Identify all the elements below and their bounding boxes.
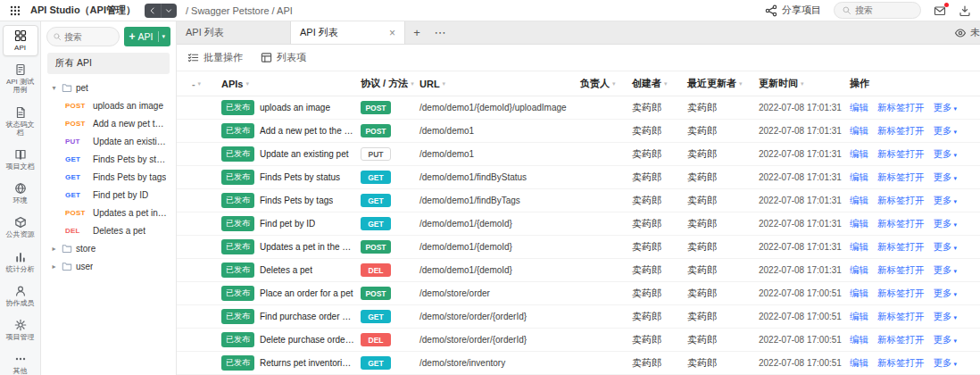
open-new-tab-link[interactable]: 新标签打开: [877, 334, 925, 346]
tree-api-item[interactable]: POSTAdd a new pet to the store: [45, 114, 172, 132]
eye-icon[interactable]: [954, 27, 967, 39]
table-row[interactable]: 已发布Deletes a petDEL/demo/demo1/{demoId}卖…: [177, 259, 980, 282]
open-new-tab-link[interactable]: 新标签打开: [877, 171, 925, 184]
more-link[interactable]: 更多▾: [934, 218, 958, 230]
nav-item-environment[interactable]: 环境: [3, 178, 38, 209]
table-row[interactable]: 已发布Place an order for a petPOST/demo/sto…: [177, 282, 980, 305]
more-link[interactable]: 更多▾: [934, 125, 958, 138]
edit-link[interactable]: 编辑: [850, 264, 868, 277]
open-new-tab-link[interactable]: 新标签打开: [877, 102, 925, 114]
column-header-url[interactable]: URL▾: [414, 79, 575, 89]
open-new-tab-link[interactable]: 新标签打开: [877, 288, 925, 300]
edit-link[interactable]: 编辑: [850, 311, 868, 323]
more-link[interactable]: 更多▾: [934, 148, 958, 161]
caret-down-icon[interactable]: ▾: [50, 84, 58, 92]
topbar-search[interactable]: [834, 2, 921, 19]
table-row[interactable]: 已发布Delete purchase order by IDDEL/demo/s…: [177, 329, 980, 352]
add-api-button[interactable]: + API ▾: [124, 27, 170, 46]
tree-api-item[interactable]: DELDeletes a pet: [45, 221, 172, 239]
topbar-search-input[interactable]: [855, 5, 910, 15]
more-link[interactable]: 更多▾: [934, 195, 958, 207]
edit-link[interactable]: 编辑: [850, 288, 868, 300]
app-grid-icon[interactable]: [9, 4, 21, 17]
table-row[interactable]: 已发布Add a new pet to the storePOST/demo/d…: [177, 120, 980, 143]
tree-api-item[interactable]: PUTUpdate an existing pet: [45, 132, 172, 150]
tab-overflow-button[interactable]: ⋯: [428, 21, 452, 44]
more-link[interactable]: 更多▾: [934, 288, 958, 300]
more-link[interactable]: 更多▾: [934, 357, 958, 370]
close-icon[interactable]: ×: [389, 27, 395, 39]
edit-link[interactable]: 编辑: [850, 334, 868, 346]
edit-link[interactable]: 编辑: [850, 195, 868, 207]
tree-api-item[interactable]: POSTUpdates a pet in the store ...: [45, 204, 172, 221]
nav-item-api[interactable]: API: [3, 25, 38, 56]
tree-folder-user[interactable]: ▸user: [45, 257, 172, 275]
tree-api-item[interactable]: GETFinds Pets by status: [45, 150, 172, 168]
table-row[interactable]: 已发布Find purchase order by IDGET/demo/sto…: [177, 305, 980, 329]
tree-folder-pet[interactable]: ▾pet: [45, 79, 172, 96]
nav-item-test-cases[interactable]: API 测试用例: [3, 59, 38, 98]
table-row[interactable]: 已发布Finds Pets by statusGET/demo/demo1/fi…: [177, 166, 980, 189]
nav-item-members[interactable]: 协作成员: [3, 280, 38, 312]
column-header-method[interactable]: 协议 / 方法▾: [355, 77, 414, 90]
more-link[interactable]: 更多▾: [934, 334, 958, 346]
more-link[interactable]: 更多▾: [934, 171, 958, 184]
sidebar-search-input[interactable]: [64, 32, 113, 42]
column-header-creator[interactable]: 创建者▾: [627, 77, 682, 90]
nav-item-project-settings[interactable]: 项目管理: [3, 314, 38, 346]
open-new-tab-link[interactable]: 新标签打开: [877, 357, 925, 370]
breadcrumb[interactable]: / Swagger Petstore / API: [186, 5, 293, 16]
table-row[interactable]: 已发布Updates a pet in the store ...POST/de…: [177, 236, 980, 259]
open-new-tab-link[interactable]: 新标签打开: [877, 148, 925, 161]
edit-link[interactable]: 编辑: [850, 148, 868, 161]
table-row[interactable]: 已发布Find pet by IDGET/demo/demo1/{demoId}…: [177, 212, 980, 236]
tree-api-item[interactable]: GETFind pet by ID: [45, 186, 172, 204]
history-dropdown-button[interactable]: [161, 4, 177, 18]
column-header-updated[interactable]: 更新时间▾: [753, 77, 844, 90]
table-row[interactable]: 已发布uploads an imagePOST/demo/demo1/{demo…: [177, 96, 980, 120]
more-link[interactable]: 更多▾: [934, 241, 958, 254]
caret-right-icon[interactable]: ▸: [50, 245, 58, 253]
open-new-tab-link[interactable]: 新标签打开: [877, 241, 925, 254]
open-new-tab-link[interactable]: 新标签打开: [877, 311, 925, 323]
all-api-item[interactable]: 所有 API: [47, 53, 170, 74]
edit-link[interactable]: 编辑: [850, 125, 868, 138]
open-new-tab-link[interactable]: 新标签打开: [877, 195, 925, 207]
column-header-owner[interactable]: 负责人▾: [575, 77, 627, 90]
more-link[interactable]: 更多▾: [934, 102, 958, 114]
more-link[interactable]: 更多▾: [934, 264, 958, 277]
open-new-tab-link[interactable]: 新标签打开: [877, 125, 925, 138]
nav-item-resources[interactable]: 公共资源: [3, 212, 38, 243]
sidebar-search[interactable]: [46, 27, 120, 46]
batch-actions-button[interactable]: 批量操作: [187, 51, 243, 64]
edit-link[interactable]: 编辑: [850, 218, 868, 230]
back-button[interactable]: [145, 4, 161, 18]
nav-item-project-docs[interactable]: 项目文档: [3, 144, 38, 175]
download-button[interactable]: [959, 4, 971, 17]
edit-link[interactable]: 编辑: [850, 102, 868, 114]
tab-api-list[interactable]: API 列表: [177, 21, 291, 44]
tree-folder-store[interactable]: ▸store: [45, 239, 172, 257]
open-new-tab-link[interactable]: 新标签打开: [877, 264, 925, 277]
tree-api-item[interactable]: GETFinds Pets by tags: [45, 168, 172, 186]
more-link[interactable]: 更多▾: [934, 311, 958, 323]
share-project-button[interactable]: 分享项目: [765, 4, 821, 17]
edit-link[interactable]: 编辑: [850, 357, 868, 370]
table-row[interactable]: 已发布Update an existing petPUT/demo/demo1卖…: [177, 143, 980, 166]
edit-link[interactable]: 编辑: [850, 171, 868, 184]
select-all-dropdown[interactable]: -▾: [177, 79, 216, 89]
table-row[interactable]: 已发布Returns pet inventories by ...GET/dem…: [177, 352, 980, 375]
notifications-button[interactable]: [934, 4, 946, 17]
open-new-tab-link[interactable]: 新标签打开: [877, 218, 925, 230]
new-tab-button[interactable]: +: [405, 21, 428, 44]
nav-item-more[interactable]: 其他: [3, 348, 38, 375]
tree-api-item[interactable]: POSTuploads an image: [45, 96, 172, 114]
nav-item-status-docs[interactable]: 状态码文档: [3, 102, 38, 141]
table-row[interactable]: 已发布Finds Pets by tagsGET/demo/demo1/find…: [177, 189, 980, 212]
edit-link[interactable]: 编辑: [850, 241, 868, 254]
tab-api-list[interactable]: API 列表×: [291, 21, 405, 44]
column-header-apis[interactable]: APIs▾: [216, 79, 355, 89]
column-header-updater[interactable]: 最近更新者▾: [682, 77, 753, 90]
list-columns-button[interactable]: 列表项: [261, 51, 306, 64]
caret-right-icon[interactable]: ▸: [50, 262, 58, 271]
